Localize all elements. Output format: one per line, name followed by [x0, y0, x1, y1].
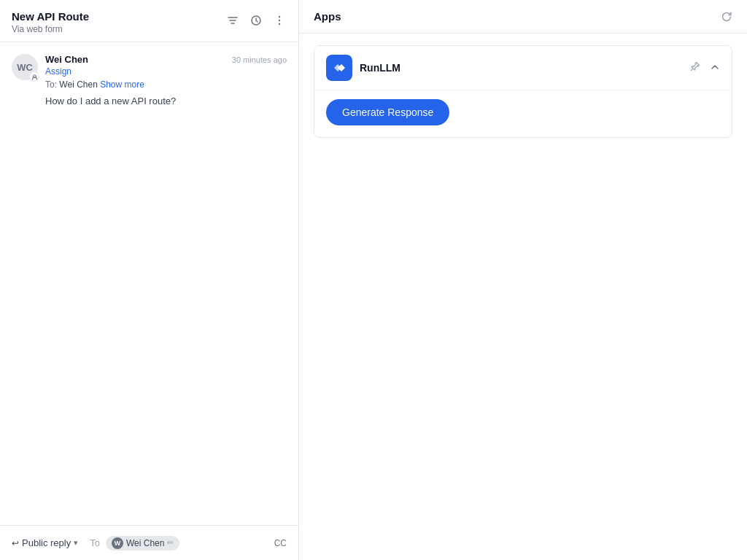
refresh-button[interactable] — [721, 11, 732, 23]
runllm-card-left: RunLLM — [326, 55, 400, 81]
history-button[interactable] — [249, 13, 263, 28]
header-title-area: New API Route Via web form — [12, 10, 89, 34]
apps-title: Apps — [314, 10, 341, 23]
pin-button[interactable] — [689, 61, 701, 75]
more-options-button[interactable] — [272, 13, 287, 28]
apps-content: RunLLM — [299, 34, 747, 560]
collapse-button[interactable] — [710, 62, 720, 74]
message-time: 30 minutes ago — [232, 55, 287, 64]
avatar-badge — [29, 71, 39, 82]
svg-point-2 — [279, 20, 280, 21]
conversation-title: New API Route — [12, 10, 89, 23]
to-name: Wei Chen — [59, 79, 100, 90]
message-content: Wei Chen 30 minutes ago Assign To: Wei C… — [45, 54, 287, 109]
reply-area: ↩ Public reply ▾ To W Wei Chen ✏ CC — [0, 525, 298, 560]
svg-point-1 — [279, 16, 280, 18]
header-actions — [225, 13, 287, 28]
reply-chevron-icon: ▾ — [74, 538, 78, 548]
message-to: To: Wei Chen Show more — [45, 79, 287, 90]
sender-name: Wei Chen — [45, 54, 88, 65]
svg-point-3 — [279, 23, 280, 25]
message-header: Wei Chen 30 minutes ago — [45, 54, 287, 65]
right-panel: Apps Ru — [299, 0, 747, 560]
show-more-link[interactable]: Show more — [100, 79, 144, 90]
runllm-card-actions — [689, 61, 720, 75]
reply-toolbar: ↩ Public reply ▾ To W Wei Chen ✏ CC — [12, 534, 287, 551]
runllm-card-body: Generate Response — [314, 90, 732, 137]
recipient-avatar: W — [112, 537, 123, 549]
left-panel: New API Route Via web form — [0, 0, 299, 560]
assign-link[interactable]: Assign — [45, 66, 287, 77]
conversation-subtitle: Via web form — [12, 24, 89, 34]
runllm-icon — [326, 55, 352, 81]
reply-type-button[interactable]: ↩ Public reply ▾ — [12, 534, 78, 551]
cc-button[interactable]: CC — [274, 538, 287, 548]
to-label: To: — [45, 79, 59, 90]
reply-arrow-icon: ↩ — [12, 538, 19, 548]
runllm-name: RunLLM — [360, 62, 400, 74]
edit-recipient-icon[interactable]: ✏ — [167, 538, 174, 548]
avatar: WC — [12, 54, 38, 80]
recipient-name: Wei Chen — [126, 538, 164, 548]
message-body: How do I add a new API route? — [45, 94, 287, 109]
runllm-card-header: RunLLM — [314, 46, 732, 90]
runllm-card: RunLLM — [314, 45, 732, 138]
generate-response-button[interactable]: Generate Response — [326, 99, 449, 125]
reply-type-label: Public reply — [22, 537, 71, 548]
filter-button[interactable] — [225, 13, 240, 28]
recipient-tag: W Wei Chen ✏ — [106, 536, 179, 551]
apps-header: Apps — [299, 0, 747, 34]
reply-to-label: To — [90, 537, 100, 548]
message-item: WC Wei Chen 30 minutes ago Assign — [12, 54, 287, 109]
avatar-initials: WC — [17, 62, 33, 73]
conversation-area: WC Wei Chen 30 minutes ago Assign — [0, 42, 298, 525]
conversation-header: New API Route Via web form — [0, 0, 298, 42]
